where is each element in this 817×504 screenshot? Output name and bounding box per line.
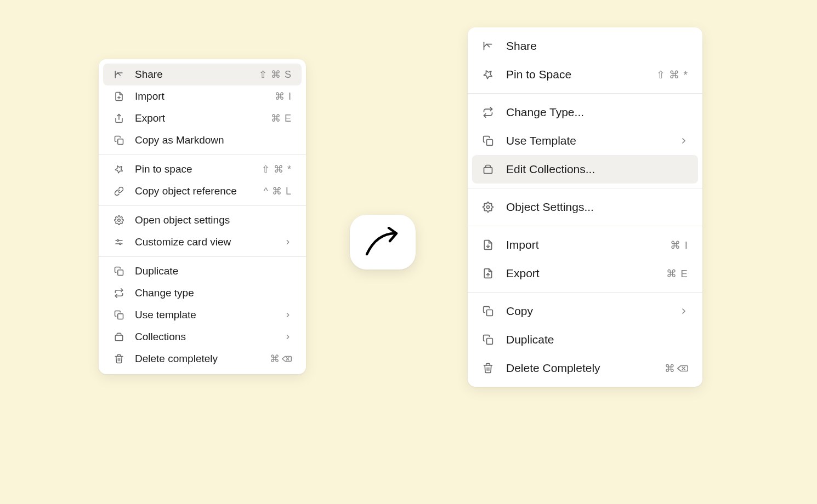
svg-rect-10 — [118, 314, 123, 319]
menu-item-collections[interactable]: Collections — [103, 326, 302, 348]
menu-item-label: Delete completely — [135, 353, 263, 365]
link-icon — [113, 185, 125, 197]
menu-item-delete[interactable]: Delete Completely ⌘ — [472, 354, 698, 382]
pin-icon — [113, 163, 125, 175]
menu-item-label: Export — [135, 112, 264, 124]
menu-item-export[interactable]: Export ⌘ E — [472, 259, 698, 288]
menu-item-label: Pin to space — [135, 163, 255, 175]
settings-icon — [113, 214, 125, 226]
chevron-right-icon — [284, 311, 292, 319]
menu-item-copy[interactable]: Copy — [472, 297, 698, 325]
svg-rect-13 — [487, 140, 493, 146]
menu-item-label: Object Settings... — [506, 201, 688, 214]
trash-icon — [482, 362, 494, 374]
duplicate-icon — [113, 265, 125, 277]
menu-item-customize-card[interactable]: Customize card view — [103, 231, 302, 253]
chevron-right-icon — [284, 238, 292, 246]
menu-item-label: Import — [135, 90, 268, 102]
arrow-right-icon — [364, 227, 402, 257]
menu-item-duplicate[interactable]: Duplicate — [472, 325, 698, 354]
template-icon — [482, 135, 494, 147]
menu-item-pin[interactable]: Pin to Space ⇧ ⌘ * — [472, 60, 698, 89]
menu-item-share[interactable]: Share ⇧ ⌘ S — [103, 64, 302, 85]
menu-item-shortcut: ⇧ ⌘ * — [656, 68, 688, 81]
copy-icon — [482, 305, 494, 317]
menu-item-label: Use template — [135, 309, 277, 321]
menu-item-delete[interactable]: Delete completely ⌘ — [103, 348, 302, 370]
collections-icon — [113, 331, 125, 343]
import-icon — [113, 90, 125, 102]
menu-item-change-type[interactable]: Change Type... — [472, 98, 698, 127]
menu-item-label: Copy object reference — [135, 185, 257, 197]
svg-rect-16 — [487, 339, 493, 345]
menu-item-shortcut: ⌘ I — [275, 90, 292, 102]
menu-item-duplicate[interactable]: Duplicate — [103, 260, 302, 282]
svg-point-4 — [118, 219, 121, 222]
menu-item-label: Pin to Space — [506, 68, 650, 81]
menu-item-copy-markdown[interactable]: Copy as Markdown — [103, 129, 302, 151]
menu-item-object-settings[interactable]: Object Settings... — [472, 193, 698, 221]
menu-item-import[interactable]: Import ⌘ I — [472, 231, 698, 259]
share-icon — [482, 40, 494, 52]
chevron-right-icon — [679, 136, 688, 145]
menu-divider — [468, 188, 702, 188]
menu-item-label: Collections — [135, 331, 277, 343]
collections-icon — [482, 163, 494, 175]
menu-item-label: Copy — [506, 305, 673, 318]
menu-item-change-type[interactable]: Change type — [103, 282, 302, 304]
menu-item-label: Duplicate — [506, 333, 688, 346]
menu-item-label: Use Template — [506, 134, 673, 147]
menu-item-label: Delete Completely — [506, 362, 658, 375]
context-menu-left: Share ⇧ ⌘ S Import ⌘ I Export ⌘ E Copy a… — [99, 59, 306, 374]
copy-icon — [113, 134, 125, 146]
menu-item-label: Export — [506, 267, 660, 280]
menu-item-export[interactable]: Export ⌘ E — [103, 107, 302, 129]
menu-item-edit-collections[interactable]: Edit Collections... — [472, 155, 698, 184]
menu-item-use-template[interactable]: Use template — [103, 304, 302, 326]
menu-item-label: Duplicate — [135, 265, 292, 277]
menu-item-share[interactable]: Share — [472, 32, 698, 60]
menu-item-shortcut: ^ ⌘ L — [264, 185, 292, 197]
duplicate-icon — [482, 334, 494, 346]
menu-item-label: Edit Collections... — [506, 163, 688, 176]
svg-point-8 — [120, 243, 121, 245]
sliders-icon — [113, 236, 125, 248]
menu-item-shortcut: ⌘ I — [670, 239, 688, 251]
pin-icon — [482, 68, 494, 81]
menu-item-shortcut: ⇧ ⌘ S — [259, 68, 292, 81]
change-type-icon — [113, 287, 125, 299]
svg-rect-9 — [118, 270, 123, 276]
menu-item-label: Open object settings — [135, 214, 292, 226]
chevron-right-icon — [679, 307, 688, 316]
menu-item-shortcut: ⌘ — [665, 362, 688, 375]
menu-item-shortcut: ⇧ ⌘ * — [262, 163, 292, 175]
menu-item-label: Import — [506, 238, 663, 251]
menu-item-label: Share — [135, 68, 252, 81]
menu-item-shortcut: ⌘ E — [271, 112, 292, 124]
menu-item-label: Change Type... — [506, 106, 688, 119]
menu-divider — [99, 256, 306, 257]
menu-divider — [99, 154, 306, 155]
menu-item-label: Change type — [135, 287, 292, 299]
menu-item-label: Customize card view — [135, 236, 277, 248]
menu-divider — [99, 205, 306, 206]
context-menu-right: Share Pin to Space ⇧ ⌘ * Change Type... … — [468, 27, 702, 387]
template-icon — [113, 309, 125, 321]
menu-item-pin[interactable]: Pin to space ⇧ ⌘ * — [103, 158, 302, 180]
settings-icon — [482, 201, 494, 213]
menu-item-copy-reference[interactable]: Copy object reference ^ ⌘ L — [103, 180, 302, 202]
chevron-right-icon — [284, 333, 292, 341]
share-icon — [113, 68, 125, 81]
menu-item-label: Copy as Markdown — [135, 134, 292, 146]
menu-item-import[interactable]: Import ⌘ I — [103, 85, 302, 107]
menu-divider — [468, 93, 702, 94]
menu-divider — [468, 292, 702, 293]
menu-divider — [468, 226, 702, 226]
export-icon — [113, 112, 125, 124]
change-type-icon — [482, 106, 494, 118]
menu-item-shortcut: ⌘ — [270, 353, 292, 365]
menu-item-use-template[interactable]: Use Template — [472, 127, 698, 155]
menu-item-object-settings[interactable]: Open object settings — [103, 209, 302, 231]
export-file-icon — [482, 267, 494, 279]
svg-point-7 — [117, 240, 118, 242]
